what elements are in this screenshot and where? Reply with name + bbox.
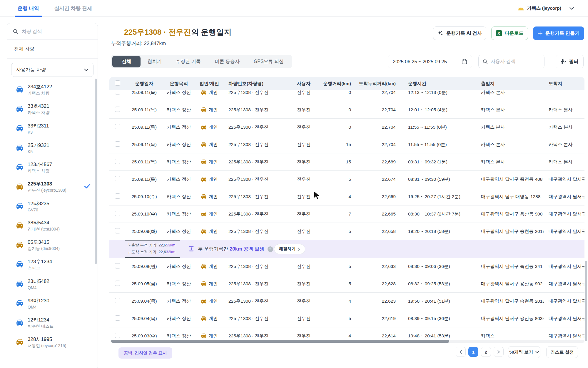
sidebar-vehicle-item[interactable]: 12타3235GV70: [7, 196, 98, 216]
row-checkbox[interactable]: [115, 159, 120, 164]
trip-row[interactable]: 25.09.11(목)카택스 정산개인225우1308 · 전우진전우진022,…: [109, 90, 584, 101]
availability-dropdown[interactable]: 사용가능 차량: [11, 63, 93, 77]
sidebar-vehicle-item[interactable]: 234호4122카택스 차량: [7, 80, 98, 99]
page-size-dropdown[interactable]: 50개씩 보기: [508, 346, 540, 358]
row-checkbox[interactable]: [115, 263, 120, 268]
download-button[interactable]: X 다운로드: [491, 26, 528, 40]
filter-tab[interactable]: GPS오류 의심: [247, 56, 291, 67]
trip-row[interactable]: 25.09.04(목)카택스 정산개인225우1308 · 전우진전우진422,…: [109, 293, 584, 310]
user-search[interactable]: [478, 55, 544, 68]
date-cell: 25.09.10(수): [126, 211, 163, 217]
trip-row[interactable]: 25.09.05(금)카택스 정산개인225우1308 · 전우진전우진522,…: [109, 275, 584, 293]
select-all-checkbox[interactable]: [115, 80, 120, 86]
row-checkbox[interactable]: [115, 141, 120, 147]
row-checkbox-cell: [109, 228, 126, 235]
sidebar-vehicle-item[interactable]: 123수1234스파크: [7, 255, 98, 274]
next-page-button[interactable]: [494, 347, 504, 357]
chevron-down-icon: [84, 69, 88, 71]
horizontal-scrollbar[interactable]: [111, 340, 584, 343]
trip-row[interactable]: 25.09.04(목)카택스 정산개인225우1308 · 전우진전우진522,…: [109, 310, 584, 327]
filter-tab[interactable]: 비콘 동승자: [208, 56, 246, 67]
time-cell: 12:01 ~ 12:05 (4분): [403, 107, 476, 113]
resolve-gap-button[interactable]: 해결하기: [274, 244, 305, 254]
origin-cell: 대구광역시 달서구 송현동 2018: [476, 298, 544, 304]
vehicle-name: 카택스 차량: [28, 110, 49, 115]
sidebar-item-all-vehicles[interactable]: 전체 차량: [7, 40, 98, 59]
filter-tab[interactable]: 합치기: [141, 56, 169, 67]
trip-row[interactable]: 25.09.11(목)카택스 정산개인225우1308 · 전우진전우진522,…: [109, 171, 584, 188]
sidebar-vehicle-item[interactable]: 12카1234박수현 테스트: [7, 313, 98, 332]
time-cell: 08:32 ~ 09:25 (53분): [403, 281, 476, 287]
trip-row[interactable]: 25.09.10(수)카택스 정산개인225우1308 · 전우진전우진422,…: [109, 188, 584, 205]
sidebar-vehicle-item[interactable]: 25카9321K5: [7, 138, 98, 158]
nav-tab-realtime-monitor[interactable]: 실시간 차량 관제: [54, 0, 92, 17]
row-checkbox-cell: [109, 107, 126, 113]
car-icon: [201, 194, 207, 200]
vehicle-cell: 225우1308 · 전우진: [223, 124, 285, 130]
prev-page-button[interactable]: [456, 347, 466, 357]
trip-row[interactable]: 25.09.08(월)카택스 정산개인225우1308 · 전우진전우진522,…: [109, 258, 584, 275]
ai-check-button[interactable]: 운행기록 AI 검사: [433, 26, 486, 40]
trip-row[interactable]: 25.09.09(화)카택스 정산개인225우1308 · 전우진전우진522,…: [109, 223, 584, 240]
car-icon: [201, 176, 207, 182]
vehicle-search-input[interactable]: [22, 29, 81, 34]
account-menu[interactable]: 카택스 (jeycorp): [518, 0, 574, 17]
sidebar-vehicle-item[interactable]: 328서1995서동현 (jeycorp1215): [7, 332, 98, 352]
sidebar-vehicle-item[interactable]: 333가3333: [7, 352, 98, 357]
trip-row[interactable]: 25.09.03(수)카택스 정산개인225우1308 · 전우진전우진422,…: [109, 327, 584, 340]
row-checkbox[interactable]: [115, 107, 120, 112]
trip-row[interactable]: 25.09.10(수)카택스 정산개인225우1308 · 전우진전우진722,…: [109, 205, 584, 223]
row-checkbox[interactable]: [115, 193, 120, 199]
column-header: 사용자: [285, 81, 323, 87]
list-settings-button[interactable]: 리스트 설정: [546, 346, 578, 358]
title-suffix: 의 운행일지: [191, 28, 231, 37]
filter-button[interactable]: 필터: [556, 55, 584, 68]
sidebar-vehicle-item[interactable]: 33카2311K3: [7, 119, 98, 138]
sidebar-scrollbar[interactable]: [95, 79, 97, 264]
row-checkbox[interactable]: [115, 176, 120, 181]
row-checkbox[interactable]: [115, 315, 120, 321]
trip-row[interactable]: 25.09.11(목)카택스 정산개인225우1308 · 전우진전우진1522…: [109, 136, 584, 153]
row-checkbox[interactable]: [115, 124, 120, 129]
page-button-2[interactable]: 2: [481, 347, 491, 357]
sidebar-vehicle-item[interactable]: 123카4567카택스 차량: [7, 158, 98, 177]
sidebar-vehicle-item[interactable]: 33호4321카택스 차량: [7, 99, 98, 119]
vehicle-search[interactable]: [7, 23, 98, 40]
sidebar-vehicle-item[interactable]: 23타5482QM4: [7, 274, 98, 294]
nav-tab-trip-history[interactable]: 운행 내역: [18, 0, 39, 17]
column-header: 운행일자: [126, 81, 163, 87]
row-checkbox[interactable]: [115, 228, 120, 233]
create-trip-button[interactable]: 운행기록 만들기: [533, 26, 584, 40]
vehicle-sidebar: 전체 차량 사용가능 차량 234호4122카택스 차량33호4321카택스 차…: [7, 23, 98, 368]
trip-row[interactable]: 25.09.11(목)카택스 정산개인225우1308 · 전우진전우진022,…: [109, 119, 584, 136]
gap-overlap-badge[interactable]: 공백, 겹침일 경우 표시: [118, 347, 172, 359]
horizontal-scrollbar-thumb[interactable]: [111, 340, 449, 343]
vehicle-name: 전우진 (jeycorp1308): [28, 188, 66, 193]
car-icon: [16, 280, 24, 288]
date-range-picker[interactable]: 2025.06.25 ~ 2025.09.25: [388, 55, 472, 68]
filter-tab[interactable]: 전체: [112, 56, 141, 67]
page-button-1[interactable]: 1: [468, 347, 478, 357]
trip-row[interactable]: 25.09.11(목)카택스 정산개인225우1308 · 전우진전우진1522…: [109, 153, 584, 171]
row-checkbox[interactable]: [115, 90, 120, 95]
filter-tab[interactable]: 수정된 기록: [169, 56, 208, 67]
user-cell: 전우진: [285, 176, 323, 183]
help-icon[interactable]: ?: [268, 246, 273, 252]
sidebar-vehicle-item[interactable]: 93마1230QM4: [7, 294, 98, 313]
user-cell: 전우진: [285, 124, 323, 130]
trip-row[interactable]: 25.09.11(목)카택스 정산개인225우1308 · 전우진전우진022,…: [109, 101, 584, 119]
time-cell: 19:50 ~ 20:41 (51분): [403, 298, 476, 304]
car-icon: [16, 105, 24, 113]
time-cell: 08:30 ~ 10:37 (2시간 7분): [403, 211, 476, 217]
row-checkbox[interactable]: [115, 211, 120, 216]
sidebar-vehicle-item[interactable]: 225우1308전우진 (jeycorp1308): [7, 177, 98, 196]
row-checkbox[interactable]: [115, 281, 120, 286]
user-search-input[interactable]: [491, 59, 535, 64]
row-checkbox[interactable]: [115, 298, 120, 303]
sidebar-vehicle-item[interactable]: 05모3415김기동 (dns9604): [7, 235, 98, 255]
vertical-scrollbar-thumb[interactable]: [585, 261, 587, 341]
vehicle-plate: 234호4122: [28, 83, 52, 90]
row-checkbox[interactable]: [115, 333, 120, 338]
sidebar-vehicle-item[interactable]: 38타5434김테현 (test1004): [7, 216, 98, 235]
date-cell: 25.09.03(수): [126, 333, 163, 339]
